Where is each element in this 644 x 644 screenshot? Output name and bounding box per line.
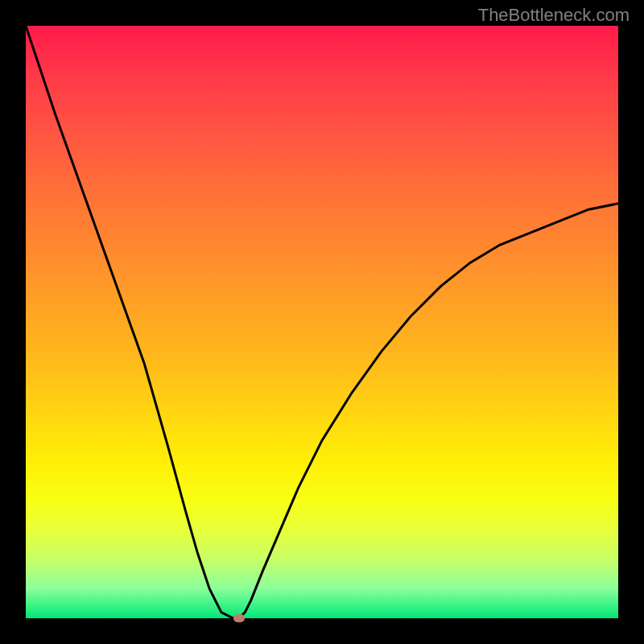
optimal-point-marker [233,614,245,622]
bottleneck-curve [26,26,618,618]
attribution-text: TheBottleneck.com [478,5,630,26]
chart-plot-area [26,26,618,618]
